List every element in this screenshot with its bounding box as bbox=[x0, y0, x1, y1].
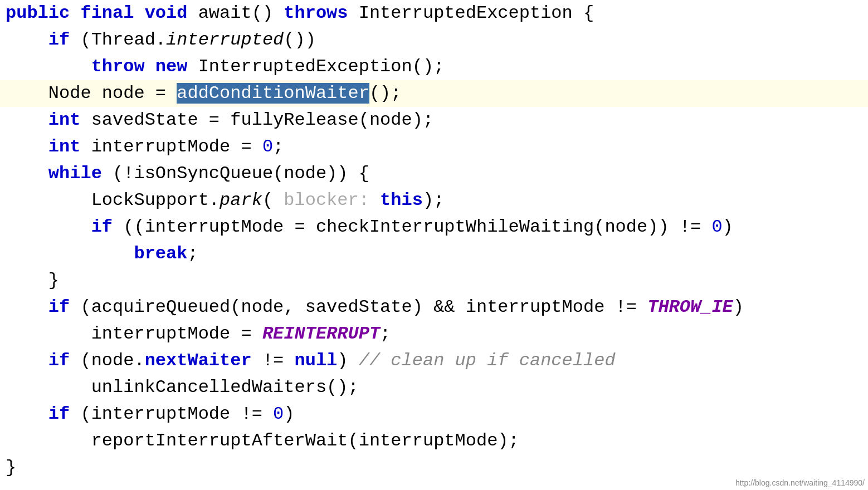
if-close-2: ) bbox=[733, 297, 744, 317]
reinterrupt-semicolon: ; bbox=[380, 324, 391, 344]
keyword-if-4: if bbox=[48, 350, 70, 371]
keyword-final: final bbox=[80, 3, 144, 23]
method-name: await() bbox=[198, 3, 284, 23]
if-condition-close: ()) bbox=[284, 30, 316, 50]
not-equal: != bbox=[252, 350, 295, 371]
code-line-8: LockSupport.park( blocker: this); bbox=[0, 187, 868, 214]
method-call-end: (); bbox=[369, 83, 402, 104]
code-line-5: int savedState = fullyRelease(node); bbox=[0, 107, 868, 134]
code-editor: public final void await() throws Interru… bbox=[0, 0, 868, 490]
keyword-throws: throws bbox=[284, 3, 348, 23]
code-line-14: if (node.nextWaiter != null) // clean up… bbox=[0, 347, 868, 374]
code-line-15: unlinkCancelledWaiters(); bbox=[0, 374, 868, 401]
status-bar: http://blog.csdn.net/waiting_4114990/ bbox=[732, 476, 868, 490]
report-call: reportInterruptAfterWait(interruptMode); bbox=[91, 430, 519, 451]
park-close: ); bbox=[423, 190, 444, 210]
code-line-1: public final void await() throws Interru… bbox=[0, 0, 868, 27]
constant-throw-ie: THROW_IE bbox=[647, 297, 733, 317]
keyword-int-1: int bbox=[48, 110, 81, 130]
keyword-break: break bbox=[134, 243, 187, 264]
while-close: } bbox=[48, 270, 59, 291]
comment-cleanup: // clean up if cancelled bbox=[359, 350, 616, 371]
throw-expression: InterruptedException(); bbox=[198, 56, 445, 77]
acquire-queued-call: (acquireQueued(node, savedState) && inte… bbox=[70, 297, 647, 317]
code-line-6: int interruptMode = 0; bbox=[0, 134, 868, 160]
code-line-9: if ((interruptMode = checkInterruptWhile… bbox=[0, 214, 868, 241]
hint-this: this bbox=[380, 190, 423, 210]
locksupport-call: LockSupport. bbox=[91, 190, 220, 210]
code-line-4: Node node = addConditionWaiter(); bbox=[0, 80, 868, 107]
keyword-new: new bbox=[155, 56, 198, 77]
keyword-while: while bbox=[48, 163, 102, 184]
nextwaiter-check-open: (node. bbox=[70, 350, 144, 371]
code-line-11: } bbox=[0, 267, 868, 294]
keyword-if-5: if bbox=[48, 404, 70, 424]
exception-name: InterruptedException { bbox=[348, 3, 594, 23]
keyword-if-3: if bbox=[48, 297, 70, 317]
unlink-call: unlinkCancelledWaiters(); bbox=[91, 377, 359, 398]
code-line-12: if (acquireQueued(node, savedState) && i… bbox=[0, 294, 868, 321]
if-condition-open: (Thread. bbox=[70, 30, 166, 50]
method-addConditionWaiter: addConditionWaiter bbox=[177, 83, 369, 104]
class-close: } bbox=[6, 457, 16, 478]
code-line-17: reportInterruptAfterWait(interruptMode); bbox=[0, 428, 868, 454]
zero-literal-2: 0 bbox=[711, 217, 722, 237]
keyword-throw: throw bbox=[91, 56, 155, 77]
keyword-if-2: if bbox=[91, 217, 113, 237]
method-interrupted: interrupted bbox=[166, 30, 284, 50]
method-park: park bbox=[220, 190, 262, 210]
keyword-public: public bbox=[6, 3, 80, 23]
keyword-null: null bbox=[294, 350, 337, 371]
if-close: ) bbox=[723, 217, 733, 237]
field-nextwaiter: nextWaiter bbox=[145, 350, 252, 371]
savedstate-decl: savedState = fullyRelease(node); bbox=[80, 110, 433, 130]
park-open: ( bbox=[262, 190, 284, 210]
keyword-int-2: int bbox=[48, 136, 81, 157]
if-interrupt-condition: ((interruptMode = checkInterruptWhileWai… bbox=[113, 217, 711, 237]
code-line-13: interruptMode = REINTERRUPT; bbox=[0, 321, 868, 347]
keyword-void: void bbox=[145, 3, 198, 23]
code-line-16: if (interruptMode != 0) bbox=[0, 401, 868, 428]
code-line-3: throw new InterruptedException(); bbox=[0, 53, 868, 80]
nextwaiter-close: ) bbox=[337, 350, 358, 371]
code-line-10: break; bbox=[0, 241, 868, 267]
interrupt-check-open: (interruptMode != bbox=[70, 404, 273, 424]
interrupt-check-close: ) bbox=[284, 404, 294, 424]
keyword-if: if bbox=[48, 30, 70, 50]
zero-literal-1: 0 bbox=[262, 136, 273, 157]
semicolon-1: ; bbox=[273, 136, 284, 157]
reinterrupt-assign: interruptMode = bbox=[91, 324, 262, 344]
code-line-2: if (Thread.interrupted()) bbox=[0, 27, 868, 53]
hint-blocker: blocker: bbox=[284, 190, 380, 210]
constant-reinterrupt: REINTERRUPT bbox=[262, 324, 380, 344]
zero-literal-3: 0 bbox=[273, 404, 284, 424]
break-semicolon: ; bbox=[187, 243, 198, 264]
interruptmode-decl: interruptMode = bbox=[80, 136, 262, 157]
node-declaration: Node node = bbox=[48, 83, 177, 104]
code-line-7: while (!isOnSyncQueue(node)) { bbox=[0, 160, 868, 187]
while-condition: (!isOnSyncQueue(node)) { bbox=[102, 163, 369, 184]
